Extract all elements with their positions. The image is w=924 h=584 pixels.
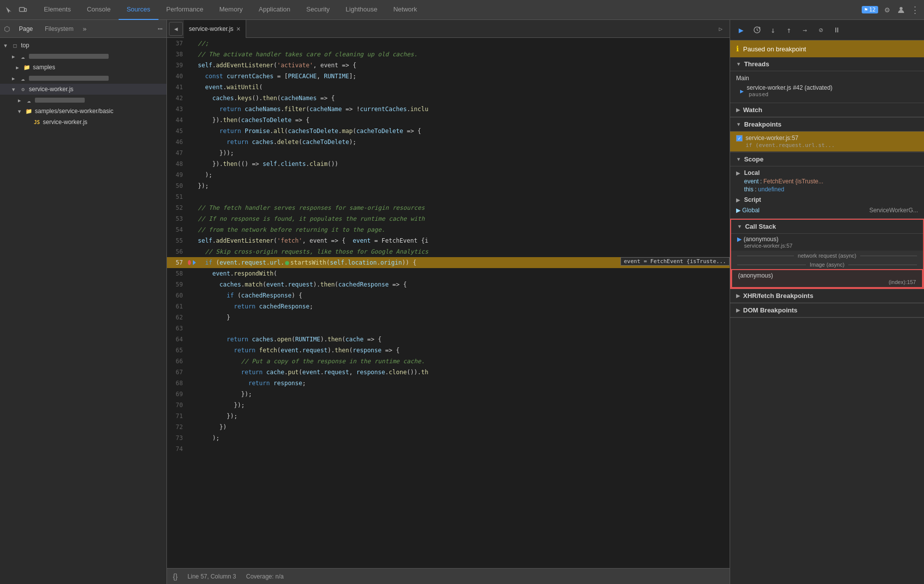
tab-application[interactable]: Application — [251, 0, 299, 20]
profile-icon[interactable] — [896, 5, 906, 15]
format-icon[interactable]: {} — [173, 573, 177, 581]
breakpoints-section-header[interactable]: ▼ Breakpoints — [730, 118, 924, 132]
tab-performance[interactable]: Performance — [158, 0, 211, 20]
debug-deactivate-btn[interactable]: ⊘ — [814, 23, 828, 37]
settings-icon[interactable]: ⚙ — [882, 5, 892, 15]
callstack-fn-label-1: (anonymous) — [738, 272, 773, 279]
tree-item-cloud2[interactable]: ▶ ☁ — [0, 73, 166, 84]
scope-key-event: event — [744, 178, 759, 185]
bp-check-icon: ✓ — [738, 136, 741, 141]
code-line-70: 70 }); — [167, 400, 730, 411]
thread-sub-sw[interactable]: ▶ service-worker.js #42 (activated) paus… — [736, 83, 918, 99]
panel-tab-dots[interactable]: ⋯ — [157, 24, 162, 33]
panel-tab-more-icon[interactable]: » — [82, 25, 86, 33]
xhr-label: XHR/fetch Breakpoints — [743, 292, 813, 299]
scope-group-local-header[interactable]: ▶ Local — [736, 168, 918, 177]
editor-tab-label: service-worker.js — [189, 25, 233, 32]
callstack-fn-0: ▶ (anonymous) — [737, 236, 917, 243]
tab-elements[interactable]: Elements — [36, 0, 79, 20]
tree-item-sw-file[interactable]: JS service-worker.js — [0, 117, 166, 128]
panel-tab-page[interactable]: Page — [14, 23, 38, 34]
editor-play-button[interactable]: ▷ — [714, 22, 728, 36]
code-area[interactable]: 37 //; 38 // The activate handler takes … — [167, 38, 730, 568]
callstack-section: ▼ Call Stack ▶ (anonymous) service-worke… — [730, 219, 924, 289]
debug-stepout-btn[interactable]: ↑ — [782, 23, 796, 37]
tree-label-samples-sw: samples/service-worker/basic — [35, 108, 113, 115]
tree-item-cloud3[interactable]: ▶ ☁ — [0, 95, 166, 106]
code-line-63: 63 — [167, 323, 730, 334]
more-tools-icon[interactable]: ⋮ — [910, 5, 920, 15]
debug-pause-exception-btn[interactable]: ⏸ — [830, 23, 844, 37]
code-line-61: 61 return cachedResponse; — [167, 301, 730, 312]
scope-arrow: ▼ — [736, 156, 741, 162]
threads-section-header[interactable]: ▼ Threads — [730, 57, 924, 71]
tree-item-samples-sw[interactable]: ▼ 📁 samples/service-worker/basic — [0, 106, 166, 117]
tree-item-top[interactable]: ▼ □ top — [0, 40, 166, 51]
tree-item-samples[interactable]: ▶ 📁 samples — [0, 62, 166, 73]
code-line-56: 56 // Skip cross-origin requests, like t… — [167, 246, 730, 257]
code-line-72: 72 }) — [167, 422, 730, 433]
tab-lighthouse[interactable]: Lighthouse — [338, 0, 386, 20]
tab-sources[interactable]: Sources — [119, 0, 158, 20]
toolbar-icons-left — [4, 5, 28, 15]
tab-network[interactable]: Network — [385, 0, 425, 20]
editor-tab-close[interactable]: × — [236, 25, 240, 33]
status-position: Line 57, Column 3 — [187, 573, 236, 580]
file-tree: ▼ □ top ▶ ☁ ▶ 📁 samples ▶ ☁ — [0, 38, 166, 584]
callstack-section-header[interactable]: ▼ Call Stack — [731, 220, 923, 234]
thread-sw-status: paused — [749, 91, 832, 98]
callstack-item-1[interactable]: (anonymous) (index):157 — [731, 269, 923, 288]
debug-stepover-btn[interactable] — [750, 23, 764, 37]
callstack-fn-arrow: ▶ — [737, 236, 742, 243]
breakpoint-circle-57[interactable] — [188, 260, 191, 265]
debug-resume-btn[interactable]: ▶ — [734, 23, 748, 37]
bp-checkbox-0[interactable]: ✓ — [736, 135, 743, 142]
code-line-71: 71 }); — [167, 411, 730, 422]
scope-label: Scope — [744, 155, 764, 163]
code-line-69: 69 }); — [167, 389, 730, 400]
code-line-37: 37 //; — [167, 38, 730, 49]
panel-tab-filesystem[interactable]: Filesystem — [40, 23, 78, 34]
tab-security[interactable]: Security — [299, 0, 338, 20]
tab-memory[interactable]: Memory — [211, 0, 251, 20]
tree-item-sw-root[interactable]: ▼ ⚙ service-worker.js — [0, 84, 166, 95]
thread-item-main[interactable]: Main — [736, 73, 918, 83]
code-line-41: 41 event.waitUntil( — [167, 82, 730, 93]
async-separator-1: Image (async) — [731, 260, 923, 269]
code-line-54: 54 // from the network before returning … — [167, 224, 730, 235]
cursor-icon[interactable] — [4, 5, 14, 15]
folder-icon-samples: 📁 — [23, 63, 31, 71]
paused-text: Paused on breakpoint — [743, 45, 806, 53]
tab-console[interactable]: Console — [79, 0, 119, 20]
scope-script-arrow: ▶ — [736, 197, 740, 203]
debug-step-btn[interactable]: → — [798, 23, 812, 37]
scope-content: ▶ Local event : FetchEvent {isTruste... … — [730, 166, 924, 218]
callstack-arrow: ▼ — [737, 224, 742, 229]
dom-label: DOM Breakpoints — [743, 306, 797, 314]
scope-script-label: Script — [744, 196, 761, 203]
folder-icon-samples-sw: 📁 — [25, 107, 33, 115]
threads-arrow: ▼ — [736, 61, 741, 67]
editor-tab-sw[interactable]: service-worker.js × — [184, 20, 246, 38]
panel-back-nav[interactable]: ⬡ — [4, 25, 10, 33]
device-toggle-icon[interactable] — [18, 5, 28, 15]
dom-section-header[interactable]: ▶ DOM Breakpoints — [730, 303, 924, 317]
tree-label-sw-file: service-worker.js — [43, 119, 87, 126]
scope-group-script-header[interactable]: ▶ Script — [736, 195, 918, 204]
code-line-50: 50 }); — [167, 180, 730, 191]
tree-item-cloud1[interactable]: ▶ ☁ — [0, 51, 166, 62]
code-line-66: 66 // Put a copy of the response in the … — [167, 356, 730, 367]
scope-section-header[interactable]: ▼ Scope — [730, 152, 924, 166]
debug-stepinto-btn[interactable]: ↓ — [766, 23, 780, 37]
watch-section: ▶ Watch — [730, 103, 924, 118]
issues-badge[interactable]: ⚑ resume 12 — [862, 6, 878, 13]
svg-rect-0 — [19, 7, 24, 11]
callstack-item-0[interactable]: ▶ (anonymous) service-worker.js:57 — [731, 234, 923, 251]
code-line-46: 46 return caches.delete(cacheToDelete); — [167, 137, 730, 147]
watch-section-header[interactable]: ▶ Watch — [730, 103, 924, 117]
scope-value-global: ServiceWorkerG... — [869, 207, 918, 214]
editor-nav-back[interactable]: ◀ — [169, 22, 183, 36]
svg-rect-1 — [24, 8, 26, 11]
status-coverage: Coverage: n/a — [246, 573, 284, 580]
xhr-section-header[interactable]: ▶ XHR/fetch Breakpoints — [730, 289, 924, 303]
